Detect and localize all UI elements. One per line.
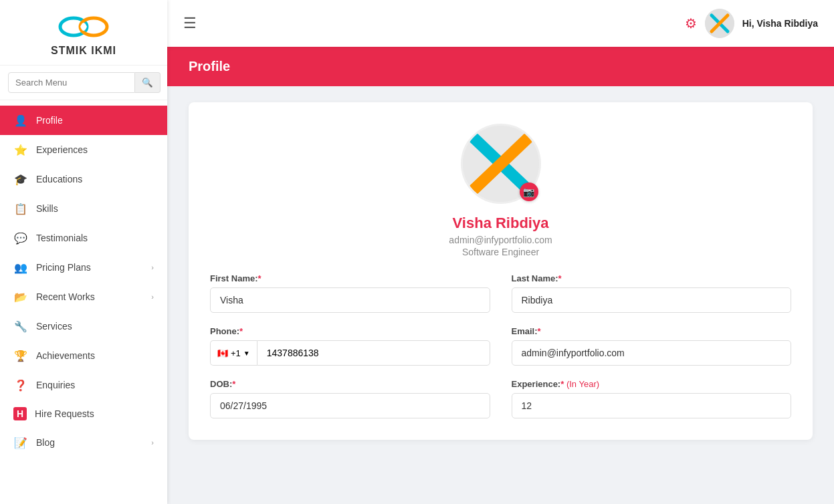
experience-label: Experience:* (In Year) — [512, 379, 792, 389]
topbar-username: Visha Ribdiya — [756, 18, 818, 29]
sidebar-item-label: Blog — [36, 437, 151, 448]
sidebar-item-profile[interactable]: 👤 Profile — [0, 106, 167, 135]
sidebar-item-label: Skills — [36, 203, 154, 214]
greeting-prefix: Hi, — [742, 18, 757, 29]
upload-photo-button[interactable]: 📷 — [520, 182, 538, 201]
sidebar-item-label: Recent Works — [36, 291, 151, 302]
email-label: Email:* — [512, 326, 792, 336]
page-title: Profile — [189, 59, 813, 74]
recent-works-icon: 📂 — [13, 289, 28, 304]
dob-group: DOB:* — [210, 379, 490, 418]
profile-role: Software Engineer — [462, 247, 539, 257]
flag-icon: 🇨🇦 — [217, 348, 228, 358]
avatar-image — [705, 9, 734, 38]
sidebar: STMIK IKMI 🔍 👤 Profile ⭐ Experiences 🎓 E… — [0, 0, 167, 504]
services-icon: 🔧 — [13, 319, 28, 334]
menu-button[interactable]: ☰ — [183, 15, 197, 32]
logo-container: STMIK IKMI — [0, 0, 167, 66]
dropdown-icon: ▼ — [243, 350, 250, 357]
topbar-greeting: Hi, Visha Ribdiya — [742, 18, 818, 29]
first-name-label: First Name:* — [210, 273, 490, 283]
sidebar-item-label: Enquiries — [36, 380, 154, 390]
logo-icon — [57, 12, 110, 42]
skills-icon: 📋 — [13, 201, 28, 216]
sidebar-item-achievements[interactable]: 🏆 Achievements — [0, 341, 167, 370]
search-input[interactable] — [8, 72, 135, 93]
profile-form: First Name:* Last Name:* Phone:* — [210, 273, 791, 418]
profile-icon: 👤 — [13, 113, 28, 128]
sidebar-item-pricing-plans[interactable]: 👥 Pricing Plans › — [0, 253, 167, 282]
blog-icon: 📝 — [13, 435, 28, 450]
profile-name: Visha Ribdiya — [453, 215, 549, 232]
sidebar-item-label: Profile — [36, 115, 154, 126]
logo-text: STMIK IKMI — [51, 45, 116, 57]
sidebar-item-testimonials[interactable]: 💬 Testimonials — [0, 223, 167, 253]
phone-group: Phone:* 🇨🇦 +1 ▼ — [210, 326, 490, 366]
profile-card: 📷 Visha Ribdiya admin@infyportfolio.com … — [189, 102, 813, 440]
sidebar-item-label: Experiences — [36, 144, 154, 155]
avatar-section: 📷 Visha Ribdiya admin@infyportfolio.com … — [210, 124, 791, 257]
first-name-group: First Name:* — [210, 273, 490, 313]
page-header: Profile — [167, 47, 834, 86]
sidebar-item-label: Educations — [36, 174, 154, 184]
sidebar-item-recent-works[interactable]: 📂 Recent Works › — [0, 282, 167, 311]
testimonials-icon: 💬 — [13, 231, 28, 245]
experience-group: Experience:* (In Year) — [512, 379, 792, 418]
sidebar-item-experiences[interactable]: ⭐ Experiences — [0, 135, 167, 164]
email-group: Email:* — [512, 326, 792, 366]
settings-icon[interactable]: ⚙ — [685, 15, 697, 31]
content-area: 📷 Visha Ribdiya admin@infyportfolio.com … — [167, 86, 834, 504]
hire-requests-icon: H — [13, 407, 27, 420]
chevron-right-icon: › — [151, 438, 154, 447]
search-button[interactable]: 🔍 — [135, 72, 161, 93]
sidebar-item-label: Services — [36, 321, 154, 332]
last-name-label: Last Name:* — [512, 273, 792, 283]
sidebar-item-label: Pricing Plans — [36, 262, 151, 273]
avatar — [705, 9, 734, 38]
phone-number-input[interactable] — [257, 340, 490, 366]
sidebar-item-blog[interactable]: 📝 Blog › — [0, 428, 167, 457]
enquiries-icon: ❓ — [13, 378, 28, 392]
avatar-wrapper: 📷 — [461, 124, 541, 204]
main-content: ☰ ⚙ Hi, Visha Ribdiya Profile — [167, 0, 834, 504]
sidebar-nav: 👤 Profile ⭐ Experiences 🎓 Educations 📋 S… — [0, 100, 167, 504]
dob-label: DOB:* — [210, 379, 490, 389]
sidebar-item-hire-requests[interactable]: H Hire Requests — [0, 400, 167, 428]
educations-icon: 🎓 — [13, 172, 28, 186]
last-name-input[interactable] — [512, 287, 792, 313]
sidebar-item-enquiries[interactable]: ❓ Enquiries — [0, 370, 167, 400]
achievements-icon: 🏆 — [13, 348, 28, 363]
pricing-plans-icon: 👥 — [13, 260, 28, 275]
experience-input[interactable] — [512, 393, 792, 418]
sidebar-item-educations[interactable]: 🎓 Educations — [0, 164, 167, 194]
search-container: 🔍 — [0, 66, 167, 100]
sidebar-item-services[interactable]: 🔧 Services — [0, 311, 167, 341]
sidebar-item-label: Testimonials — [36, 233, 154, 243]
phone-label: Phone:* — [210, 326, 490, 336]
search-icon: 🔍 — [142, 78, 153, 88]
sidebar-item-label: Hire Requests — [35, 408, 154, 419]
phone-input-group: 🇨🇦 +1 ▼ — [210, 340, 490, 366]
profile-email: admin@infyportfolio.com — [449, 235, 552, 245]
phone-code: +1 — [231, 348, 241, 358]
experiences-icon: ⭐ — [13, 142, 28, 157]
phone-country-selector[interactable]: 🇨🇦 +1 ▼ — [210, 340, 257, 366]
email-input[interactable] — [512, 340, 792, 366]
topbar-right: ⚙ Hi, Visha Ribdiya — [685, 9, 818, 38]
chevron-right-icon: › — [151, 263, 154, 271]
chevron-right-icon: › — [151, 293, 154, 301]
sidebar-item-skills[interactable]: 📋 Skills — [0, 194, 167, 223]
first-name-input[interactable] — [210, 287, 490, 313]
last-name-group: Last Name:* — [512, 273, 792, 313]
sidebar-item-label: Achievements — [36, 350, 154, 361]
dob-input[interactable] — [210, 393, 490, 418]
topbar: ☰ ⚙ Hi, Visha Ribdiya — [167, 0, 834, 47]
